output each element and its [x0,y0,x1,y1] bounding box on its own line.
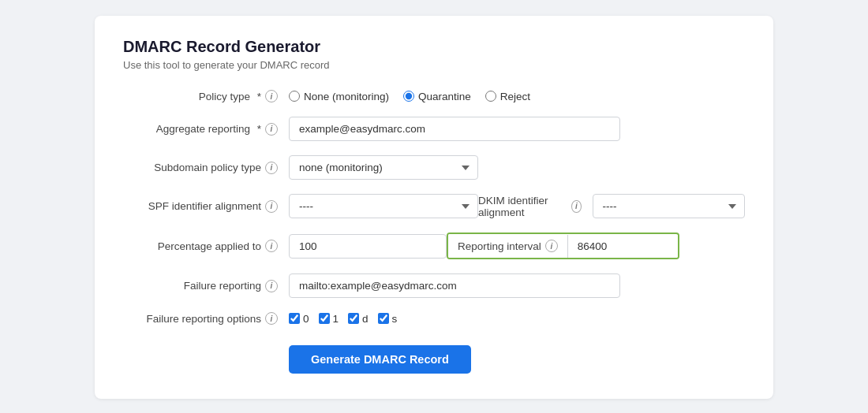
policy-type-label: Policy type * i [123,90,289,102]
percentage-info-icon[interactable]: i [265,240,278,252]
subdomain-policy-info-icon[interactable]: i [265,162,278,174]
policy-none-option[interactable]: None (monitoring) [289,91,389,102]
policy-reject-radio[interactable] [485,91,496,102]
policy-type-info-icon[interactable]: i [265,90,278,102]
failure-options-checkboxes: 0 1 d s [289,313,397,325]
failure-options-info-icon[interactable]: i [265,312,278,325]
percentage-input[interactable] [289,234,447,259]
failure-option-d[interactable]: d [348,313,369,325]
generate-dmarc-button[interactable]: Generate DMARC Record [289,345,471,374]
alignment-row: SPF identifier alignment i ---- relaxed … [123,194,745,218]
policy-type-options: None (monitoring) Quarantine Reject [289,91,530,102]
dkim-alignment-section: DKIM identifier alignment i ---- relaxed… [478,194,745,218]
failure-reporting-label: Failure reporting i [123,280,289,292]
failure-option-0[interactable]: 0 [289,313,309,325]
failure-option-0-checkbox[interactable] [289,313,300,324]
reporting-interval-label: Reporting interval i [448,234,567,258]
reporting-interval-input[interactable] [567,235,678,258]
aggregate-reporting-input[interactable] [289,117,620,141]
failure-option-s[interactable]: s [378,313,398,325]
spf-alignment-select[interactable]: ---- relaxed strict [289,194,478,218]
policy-none-radio[interactable] [289,91,300,102]
subdomain-policy-label: Subdomain policy type i [123,162,289,174]
subdomain-policy-select[interactable]: none (monitoring) quarantine reject [289,155,478,180]
dkim-alignment-select[interactable]: ---- relaxed strict [593,194,745,218]
policy-reject-option[interactable]: Reject [485,91,530,102]
failure-reporting-info-icon[interactable]: i [265,280,278,292]
reporting-interval-section: Reporting interval i [447,233,745,259]
failure-option-1[interactable]: 1 [319,313,339,325]
spf-alignment-info-icon[interactable]: i [265,200,278,213]
aggregate-reporting-info-icon[interactable]: i [265,123,278,136]
spf-alignment-label: SPF identifier alignment i [123,200,289,213]
failure-options-row: Failure reporting options i 0 1 d s [123,312,745,325]
page-title: DMARC Record Generator [123,38,745,56]
reporting-interval-box: Reporting interval i [447,233,679,259]
generate-button-row: Generate DMARC Record [123,339,745,374]
failure-reporting-row: Failure reporting i [123,273,745,298]
policy-type-row: Policy type * i None (monitoring) Quaran… [123,90,745,102]
percentage-interval-row: Percentage applied to i Reporting interv… [123,233,745,259]
failure-options-label: Failure reporting options i [123,312,289,325]
failure-option-d-checkbox[interactable] [348,313,359,324]
percentage-label: Percentage applied to i [123,240,289,252]
spf-alignment-section: SPF identifier alignment i ---- relaxed … [123,194,478,218]
aggregate-reporting-row: Aggregate reporting * i [123,117,745,141]
reporting-interval-info-icon[interactable]: i [545,240,558,252]
subdomain-policy-row: Subdomain policy type i none (monitoring… [123,155,745,180]
policy-quarantine-option[interactable]: Quarantine [403,91,471,102]
page-subtitle: Use this tool to generate your DMARC rec… [123,59,745,71]
dkim-alignment-label: DKIM identifier alignment i [478,195,593,218]
percentage-section: Percentage applied to i [123,234,447,259]
failure-option-s-checkbox[interactable] [378,313,389,324]
aggregate-reporting-label: Aggregate reporting * i [123,123,289,136]
dmarc-generator-card: DMARC Record Generator Use this tool to … [95,16,773,399]
dkim-alignment-info-icon[interactable]: i [571,200,582,213]
failure-option-1-checkbox[interactable] [319,313,330,324]
failure-reporting-input[interactable] [289,273,620,298]
policy-quarantine-radio[interactable] [403,91,414,102]
